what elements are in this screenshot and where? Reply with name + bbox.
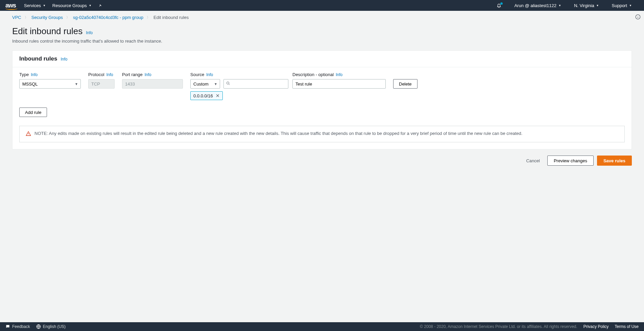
page-info-link[interactable]: Info bbox=[86, 30, 93, 35]
caret-down-icon: ▼ bbox=[89, 4, 92, 7]
breadcrumb: VPC 〉 Security Groups 〉 sg-02a5c40740c4c… bbox=[12, 15, 632, 20]
note-text: NOTE: Any edits made on existing rules w… bbox=[34, 131, 522, 137]
preview-changes-button[interactable]: Preview changes bbox=[547, 156, 594, 166]
nav-account-label: Arun @ aliastest1122 bbox=[514, 3, 556, 8]
nav-region-label: N. Virginia bbox=[574, 3, 594, 8]
caret-down-icon: ▼ bbox=[43, 4, 46, 7]
nav-support-label: Support bbox=[612, 3, 627, 8]
header-description: Description - optional bbox=[292, 72, 334, 77]
nav-resource-groups-label: Resource Groups bbox=[52, 3, 87, 8]
rule-protocol-input bbox=[88, 79, 115, 89]
rule-row: MSSQL ▼ Custom bbox=[19, 79, 625, 100]
info-panel-toggle-icon[interactable] bbox=[635, 14, 641, 21]
breadcrumb-vpc[interactable]: VPC bbox=[12, 15, 21, 20]
cidr-tag-remove-icon[interactable]: ✕ bbox=[216, 93, 220, 98]
page-description: Inbound rules control the incoming traff… bbox=[12, 39, 632, 44]
chevron-right-icon: 〉 bbox=[66, 15, 70, 20]
cidr-tag: 0.0.0.0/16 ✕ bbox=[190, 91, 223, 100]
nav-services-label: Services bbox=[24, 3, 41, 8]
header-protocol: Protocol bbox=[88, 72, 104, 77]
rule-source-search-input[interactable] bbox=[223, 79, 288, 89]
cidr-tag-label: 0.0.0.0/16 bbox=[193, 93, 213, 98]
panel-info-link[interactable]: Info bbox=[61, 57, 67, 62]
aws-logo[interactable]: aws bbox=[5, 2, 16, 9]
top-nav: aws Services ▼ Resource Groups ▼ Arun @ … bbox=[0, 0, 644, 11]
breadcrumb-group[interactable]: sg-02a5c40740c4cd3fc - ppm group bbox=[73, 15, 143, 20]
nav-region[interactable]: N. Virginia ▼ bbox=[574, 3, 599, 8]
rule-port-input bbox=[122, 79, 183, 89]
main-content: VPC 〉 Security Groups 〉 sg-02a5c40740c4c… bbox=[0, 11, 644, 174]
svg-point-1 bbox=[227, 82, 229, 84]
header-type-info[interactable]: Info bbox=[31, 72, 38, 77]
notification-dot bbox=[500, 2, 503, 5]
rule-type-select[interactable]: MSSQL bbox=[19, 79, 81, 89]
header-port: Port range bbox=[122, 72, 143, 77]
warning-icon bbox=[26, 131, 31, 137]
nav-account[interactable]: Arun @ aliastest1122 ▼ bbox=[514, 3, 561, 8]
header-type: Type bbox=[19, 72, 29, 77]
caret-down-icon: ▼ bbox=[558, 4, 561, 7]
rule-description-input[interactable] bbox=[292, 79, 386, 89]
header-source: Source bbox=[190, 72, 204, 77]
rule-source-mode-select[interactable]: Custom bbox=[190, 79, 220, 89]
breadcrumb-current: Edit inbound rules bbox=[153, 15, 189, 20]
page-title: Edit inbound rules bbox=[12, 26, 82, 37]
nav-pin-icon[interactable] bbox=[98, 3, 102, 7]
notifications-icon[interactable] bbox=[497, 3, 501, 8]
caret-down-icon: ▼ bbox=[629, 4, 632, 7]
nav-resource-groups[interactable]: Resource Groups ▼ bbox=[52, 3, 92, 8]
header-description-info[interactable]: Info bbox=[336, 72, 342, 77]
delete-rule-button[interactable]: Delete bbox=[393, 79, 418, 89]
rule-headers: Type Info Protocol Info Port range Info … bbox=[19, 72, 625, 77]
nav-services[interactable]: Services ▼ bbox=[24, 3, 46, 8]
nav-support[interactable]: Support ▼ bbox=[612, 3, 632, 8]
action-row: Cancel Preview changes Save rules bbox=[12, 156, 632, 166]
chevron-right-icon: 〉 bbox=[25, 15, 28, 20]
add-rule-button[interactable]: Add rule bbox=[19, 108, 47, 117]
header-protocol-info[interactable]: Info bbox=[106, 72, 113, 77]
cancel-button[interactable]: Cancel bbox=[522, 156, 544, 165]
inbound-rules-panel: Inbound rules Info Type Info Protocol In… bbox=[12, 50, 632, 149]
breadcrumb-security-groups[interactable]: Security Groups bbox=[31, 15, 63, 20]
header-source-info[interactable]: Info bbox=[206, 72, 213, 77]
note-box: NOTE: Any edits made on existing rules w… bbox=[19, 126, 625, 142]
search-icon bbox=[226, 81, 230, 87]
header-port-info[interactable]: Info bbox=[145, 72, 151, 77]
panel-title: Inbound rules bbox=[19, 55, 57, 62]
caret-down-icon: ▼ bbox=[596, 4, 599, 7]
chevron-right-icon: 〉 bbox=[147, 15, 150, 20]
save-rules-button[interactable]: Save rules bbox=[597, 156, 632, 166]
